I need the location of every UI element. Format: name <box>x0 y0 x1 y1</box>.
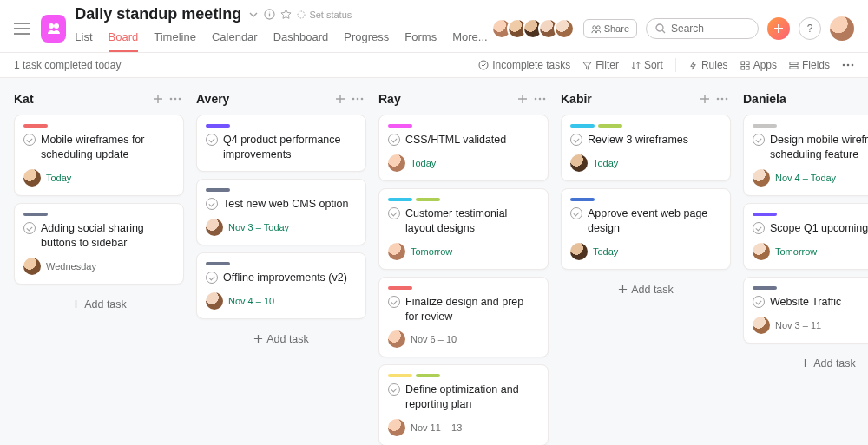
complete-checkbox[interactable] <box>388 296 400 308</box>
complete-checkbox[interactable] <box>570 207 582 219</box>
card-tags <box>388 374 539 377</box>
column-more-button[interactable] <box>349 90 366 108</box>
chevron-down-icon[interactable] <box>248 10 259 20</box>
fields-button[interactable]: Fields <box>789 59 830 71</box>
svg-point-5 <box>596 25 600 29</box>
task-card[interactable]: CSS/HTML validated Today <box>378 115 549 181</box>
plus-icon <box>335 94 345 104</box>
task-card[interactable]: Approve event web page design Today <box>561 188 731 270</box>
member-avatars[interactable] <box>496 18 575 39</box>
view-tabs: ListBoardTimelineCalendarDashboardProgre… <box>75 25 487 52</box>
task-card[interactable]: Customer testimonial layout designs Tomo… <box>378 188 549 270</box>
add-task-button[interactable]: Add task <box>14 291 184 317</box>
card-tags <box>570 198 721 201</box>
column-more-button[interactable] <box>713 90 731 108</box>
tab-dashboard[interactable]: Dashboard <box>273 25 329 52</box>
column-add-button[interactable] <box>332 90 349 108</box>
add-task-button[interactable]: Add task <box>561 277 731 303</box>
bolt-icon <box>688 61 698 70</box>
apps-button[interactable]: Apps <box>740 59 777 71</box>
svg-point-7 <box>479 61 488 69</box>
complete-checkbox[interactable] <box>206 134 218 146</box>
task-card[interactable]: Design mobile wireframes scheduling feat… <box>743 115 868 196</box>
tab-board[interactable]: Board <box>108 25 139 52</box>
add-task-button[interactable]: Add task <box>196 326 366 352</box>
card-tags <box>23 124 174 128</box>
column: Avery Q4 product performance improvement… <box>196 90 366 445</box>
task-card[interactable]: Adding social sharing buttons to sidebar… <box>14 203 184 285</box>
fields-icon <box>789 61 799 70</box>
column-add-button[interactable] <box>514 90 531 108</box>
user-avatar[interactable] <box>830 16 854 41</box>
incomplete-tasks-filter[interactable]: Incomplete tasks <box>478 59 570 71</box>
assignee-avatar <box>570 243 588 260</box>
column-title: Ray <box>378 92 514 106</box>
column-title: Kat <box>14 92 149 106</box>
complete-checkbox[interactable] <box>388 134 400 146</box>
svg-point-27 <box>721 98 724 101</box>
column: Daniela Design mobile wireframes schedul… <box>743 90 868 445</box>
more-toolbar-button[interactable] <box>842 63 854 67</box>
task-card[interactable]: Review 3 wireframes Today <box>561 115 731 181</box>
info-icon[interactable] <box>264 9 275 20</box>
tab-list[interactable]: List <box>75 25 92 52</box>
task-card[interactable]: Finalize design and prep for review Nov … <box>378 277 549 358</box>
main-menu-button[interactable] <box>10 16 32 41</box>
task-title: Customer testimonial layout designs <box>405 206 539 236</box>
card-tags <box>23 213 174 216</box>
tag <box>570 124 595 128</box>
task-card[interactable]: Offline improvements (v2) Nov 4 – 10 <box>196 252 366 319</box>
complete-checkbox[interactable] <box>206 272 218 284</box>
card-tags <box>206 188 357 192</box>
filter-button[interactable]: Filter <box>582 59 619 71</box>
complete-checkbox[interactable] <box>753 134 765 146</box>
task-title: Finalize design and prep for review <box>405 295 539 324</box>
column-more-button[interactable] <box>167 90 184 108</box>
complete-checkbox[interactable] <box>206 198 218 210</box>
tab-timeline[interactable]: Timeline <box>154 25 196 52</box>
svg-rect-12 <box>790 62 798 64</box>
task-card[interactable]: Test new web CMS option Nov 3 – Today <box>196 179 366 245</box>
complete-checkbox[interactable] <box>753 296 765 308</box>
tag <box>416 198 440 201</box>
task-card[interactable]: Q4 product performance improvements <box>196 115 366 172</box>
svg-point-17 <box>170 98 173 101</box>
board: Kat Mobile wireframes for scheduling upd… <box>0 78 868 445</box>
column-more-button[interactable] <box>531 90 549 108</box>
tab-forms[interactable]: Forms <box>404 25 437 52</box>
rules-button[interactable]: Rules <box>688 59 728 71</box>
divider <box>675 58 676 72</box>
search-box[interactable] <box>646 18 759 39</box>
search-input[interactable] <box>671 23 749 35</box>
dots-icon <box>842 63 854 67</box>
complete-checkbox[interactable] <box>570 134 582 146</box>
task-card[interactable]: Mobile wireframes for scheduling update … <box>14 115 184 196</box>
omni-add-button[interactable] <box>767 17 790 40</box>
complete-checkbox[interactable] <box>23 134 36 146</box>
complete-checkbox[interactable] <box>388 207 400 219</box>
add-task-label: Add task <box>266 333 309 345</box>
tag <box>388 286 412 290</box>
help-button[interactable]: ? <box>799 17 821 40</box>
sort-button[interactable]: Sort <box>631 59 663 71</box>
tab-progress[interactable]: Progress <box>344 25 389 52</box>
column-add-button[interactable] <box>696 90 713 108</box>
task-card[interactable]: Define optimization and reporting plan N… <box>378 364 549 445</box>
add-task-button[interactable]: Add task <box>743 350 868 376</box>
complete-checkbox[interactable] <box>388 383 400 396</box>
card-tags <box>388 198 539 201</box>
set-status-button[interactable]: Set status <box>297 10 352 20</box>
complete-checkbox[interactable] <box>753 222 765 234</box>
task-card[interactable]: Website Traffic Nov 3 – 11 <box>743 277 868 344</box>
tag <box>388 374 412 377</box>
tab-calendar[interactable]: Calendar <box>212 25 258 52</box>
tab-more[interactable]: More... <box>452 25 487 52</box>
tag <box>570 198 595 201</box>
due-date: Today <box>593 246 618 257</box>
task-card[interactable]: Scope Q1 upcoming work Tomorrow <box>743 203 868 270</box>
column-add-button[interactable] <box>149 90 167 108</box>
star-icon[interactable] <box>280 9 292 20</box>
share-button[interactable]: Share <box>583 19 637 38</box>
complete-checkbox[interactable] <box>23 222 36 234</box>
card-tags <box>206 262 357 265</box>
